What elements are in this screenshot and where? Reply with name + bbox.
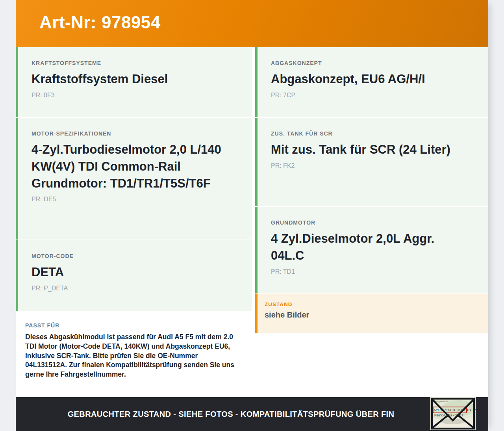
header-banner: Art-Nr: 978954 (16, 0, 488, 47)
compatibility-description: Dieses Abgaskühlmodul ist passend für Au… (25, 333, 239, 379)
right-column: ABGASKONZEPT Abgaskonzept, EU6 AG/H/I PR… (255, 47, 488, 397)
card-label: MOTOR-SPEZIFIKATIONEN (32, 130, 235, 137)
card-heading: Mit zus. Tank für SCR (24 Liter) (271, 141, 471, 158)
card-heading: 4-Zyl.Turbodieselmotor 2,0 L/140 KW(4V) … (32, 141, 235, 192)
passt-fuer-card: PASST FÜR Dieses Abgaskühlmodul ist pass… (16, 312, 252, 397)
spec-grid: KRAFTSTOFFSYSTEME Kraftstoffsystem Diese… (16, 47, 488, 397)
page-title: Art-Nr: 978954 (39, 13, 161, 32)
card-pr-code: PR: DE5 (32, 196, 235, 203)
spec-card-grundmotor: GRUNDMOTOR 4 Zyl.Dieselmotor 2,0L Aggr. … (255, 207, 488, 293)
card-label: PASST FÜR (25, 322, 239, 329)
right-column-filler (255, 334, 488, 397)
zustand-card: ZUSTAND siehe Bilder (255, 294, 488, 333)
zustand-value: siehe Bilder (265, 310, 480, 320)
card-heading: DETA (32, 264, 235, 281)
envelope-icon: Fahrgestell-Nr. W1571463J3124B 7 Mercede… (430, 397, 476, 430)
spec-card-motor-code: MOTOR-CODE DETA PR: P_DETA (16, 240, 252, 311)
spec-card-motor-spezifikationen: MOTOR-SPEZIFIKATIONEN 4-Zyl.Turbodieselm… (16, 118, 252, 240)
card-label: ABGASKONZEPT (271, 60, 471, 66)
listing-page: Art-Nr: 978954 KRAFTSTOFFSYSTEME Kraftst… (16, 0, 488, 431)
spec-card-scr-tank: ZUS. TANK FÜR SCR Mit zus. Tank für SCR … (255, 118, 488, 206)
footer-text: GEBRAUCHTER ZUSTAND - SIEHE FOTOS - KOMP… (16, 410, 430, 419)
card-label: MOTOR-CODE (32, 253, 235, 259)
card-pr-code: PR: P_DETA (32, 285, 235, 292)
card-heading: Abgaskonzept, EU6 AG/H/I (271, 71, 471, 88)
spec-card-abgaskonzept: ABGASKONZEPT Abgaskonzept, EU6 AG/H/I PR… (255, 47, 488, 117)
card-label: ZUSTAND (265, 301, 480, 307)
left-column: KRAFTSTOFFSYSTEME Kraftstoffsystem Diese… (16, 47, 252, 397)
card-heading: 4 Zyl.Dieselmotor 2,0L Aggr. 04L.C (271, 230, 471, 264)
spec-card-kraftstoffsysteme: KRAFTSTOFFSYSTEME Kraftstoffsystem Diese… (16, 47, 252, 117)
card-pr-code: PR: 0F3 (32, 92, 235, 99)
card-label: KRAFTSTOFFSYSTEME (32, 60, 235, 66)
card-label: GRUNDMOTOR (271, 219, 471, 226)
card-pr-code: PR: TD1 (271, 268, 471, 275)
card-heading: Kraftstoffsystem Diesel (32, 71, 235, 88)
card-pr-code: PR: FK2 (271, 162, 471, 169)
footer-banner: GEBRAUCHTER ZUSTAND - SIEHE FOTOS - KOMP… (16, 397, 488, 431)
card-pr-code: PR: 7CP (271, 92, 471, 99)
card-label: ZUS. TANK FÜR SCR (271, 130, 471, 137)
registration-document-thumbnail: Fahrgestell-Nr. W1571463J3124B 7 Mercede… (430, 397, 476, 430)
